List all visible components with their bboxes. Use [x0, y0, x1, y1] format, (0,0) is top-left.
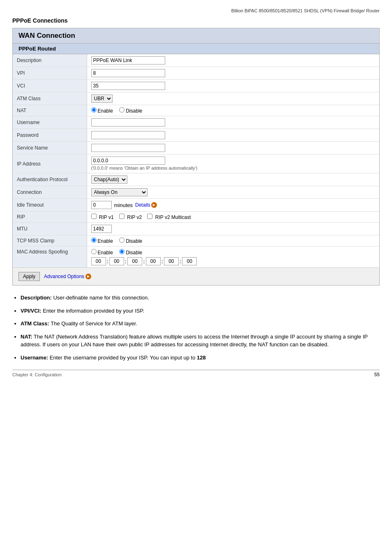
tcp-mss-enable-label[interactable]: Enable [91, 238, 115, 244]
label-rip: RIP [13, 212, 87, 223]
row-username: Username [13, 116, 379, 129]
mac-octet-4[interactable] [146, 257, 161, 265]
bullet-list: Description: User-definable name for thi… [21, 294, 380, 362]
rip-checkbox-group: RIP v1 RIP v2 RIP v2 Multicast [91, 214, 376, 220]
mac-sep-1: : [107, 258, 108, 265]
cell-mtu [87, 223, 379, 235]
row-service-name: Service Name [13, 142, 379, 154]
row-vpi: VPI [13, 67, 379, 80]
nat-disable-label[interactable]: Disable [119, 108, 142, 114]
bullet-description-bold: Description: [21, 295, 52, 301]
bullet-username: Username: Enter the username provided by… [21, 354, 380, 362]
cell-idle-timeout: minutes Details ► [87, 199, 379, 212]
mac-octet-5[interactable] [164, 257, 179, 265]
mac-sep-3: : [143, 258, 145, 265]
row-ip-address: IP Address ('0.0.0.0' means 'Obtain an I… [13, 154, 379, 173]
label-atm-class: ATM Class [13, 92, 87, 105]
input-mtu[interactable] [91, 225, 112, 233]
bullet-vpivci-bold: VPI/VCI: [21, 308, 42, 314]
mac-octet-3[interactable] [127, 257, 142, 265]
mac-enable-radio[interactable] [91, 249, 97, 254]
input-vci[interactable] [91, 82, 165, 90]
input-vpi[interactable] [91, 69, 165, 77]
nat-disable-radio[interactable] [119, 107, 125, 113]
nat-radio-group: Enable Disable [91, 107, 376, 114]
label-auth-protocol: Authentication Protocol [13, 173, 87, 186]
nat-enable-radio[interactable] [91, 107, 97, 113]
mac-inputs: : : : : : [91, 257, 376, 265]
tcp-mss-disable-radio[interactable] [119, 237, 125, 243]
details-icon: ► [151, 202, 157, 208]
input-password[interactable] [91, 131, 165, 139]
input-username[interactable] [91, 118, 165, 127]
chapter-label: Chapter 4: Configuration [12, 372, 62, 377]
mac-octet-1[interactable] [91, 257, 106, 265]
rip-v2-label[interactable]: RIP v2 [119, 214, 143, 220]
form-table: Description VPI VCI ATM Class UBR [13, 54, 379, 267]
label-idle-timeout: Idle Timeout [13, 199, 87, 212]
label-connection: Connection [13, 186, 87, 199]
mac-spoofing-radio-group: Enable Disable [91, 249, 376, 256]
rip-v2-multicast-checkbox[interactable] [147, 214, 152, 219]
rip-v1-checkbox[interactable] [91, 214, 97, 219]
bullet-atm-bold: ATM Class: [21, 320, 49, 327]
mac-enable-label[interactable]: Enable [91, 250, 115, 256]
header-text: Billion BiPAC 8500/8501/8520/8521 SHDSL … [231, 8, 380, 13]
bullet-nat-bold: NAT: [21, 334, 32, 340]
bullet-username-text: Enter the username provided by your ISP.… [50, 355, 206, 361]
bullet-nat: NAT: The NAT (Network Address Translatio… [21, 333, 380, 349]
advanced-options-link[interactable]: Advanced Options ► [44, 274, 91, 279]
label-service-name: Service Name [13, 142, 87, 154]
mac-sep-4: : [161, 258, 163, 265]
advanced-options-label: Advanced Options [44, 274, 84, 279]
input-description[interactable] [91, 56, 165, 64]
row-tcp-mss: TCP MSS Clamp Enable Disable [13, 235, 379, 246]
cell-mac-spoofing: Enable Disable : : : : : [87, 246, 379, 268]
input-service-name[interactable] [91, 144, 165, 152]
rip-v1-label[interactable]: RIP v1 [91, 214, 115, 220]
select-atm-class[interactable]: UBR CBR VBR [91, 94, 113, 103]
details-label: Details [135, 202, 150, 208]
mac-sep-5: : [180, 258, 181, 265]
mac-disable-label[interactable]: Disable [119, 250, 142, 256]
row-rip: RIP RIP v1 RIP v2 RIP v2 Multicast [13, 212, 379, 223]
mac-octet-2[interactable] [109, 257, 124, 265]
bullet-nat-text: The NAT (Network Address Translation) fe… [21, 334, 368, 348]
cell-tcp-mss: Enable Disable [87, 235, 379, 246]
bullet-username-bold: Username: [21, 355, 48, 361]
label-vpi: VPI [13, 67, 87, 80]
cell-service-name [87, 142, 379, 154]
bullet-atm: ATM Class: The Quality of Service for AT… [21, 320, 380, 328]
label-tcp-mss: TCP MSS Clamp [13, 235, 87, 246]
label-vci: VCI [13, 80, 87, 92]
bullet-description-text: User-definable name for this connection. [53, 295, 149, 301]
tcp-mss-disable-label[interactable]: Disable [119, 238, 142, 244]
apply-button[interactable]: Apply [18, 272, 40, 281]
nat-enable-label[interactable]: Enable [91, 108, 115, 114]
select-connection[interactable]: Always On Connect on Demand Manual [91, 188, 148, 196]
label-ip-address: IP Address [13, 154, 87, 173]
cell-atm-class: UBR CBR VBR [87, 92, 379, 105]
label-password: Password [13, 129, 87, 142]
cell-auth-protocol: Chap(Auto) PAP CHAP MSCHAP [87, 173, 379, 186]
details-button[interactable]: Details ► [135, 202, 157, 208]
mac-octet-6[interactable] [182, 257, 197, 265]
bullet-description: Description: User-definable name for thi… [21, 294, 380, 302]
cell-connection: Always On Connect on Demand Manual [87, 186, 379, 199]
bullet-vpivci-text: Enter the information provided by your I… [43, 308, 144, 314]
page-footer: Chapter 4: Configuration 55 [12, 370, 380, 378]
row-atm-class: ATM Class UBR CBR VBR [13, 92, 379, 105]
idle-timeout-row: minutes Details ► [91, 201, 376, 209]
rip-v2-checkbox[interactable] [119, 214, 125, 219]
input-idle-timeout[interactable] [91, 201, 112, 209]
rip-v2-multicast-label[interactable]: RIP v2 Multicast [147, 214, 191, 220]
section-title: PPPoE Connections [12, 17, 380, 24]
select-auth-protocol[interactable]: Chap(Auto) PAP CHAP MSCHAP [91, 175, 127, 184]
label-mtu: MTU [13, 223, 87, 235]
input-ip-address[interactable] [91, 157, 165, 165]
tcp-mss-enable-radio[interactable] [91, 237, 97, 243]
row-auth-protocol: Authentication Protocol Chap(Auto) PAP C… [13, 173, 379, 186]
row-connection: Connection Always On Connect on Demand M… [13, 186, 379, 199]
mac-disable-radio[interactable] [119, 249, 125, 254]
row-description: Description [13, 54, 379, 67]
